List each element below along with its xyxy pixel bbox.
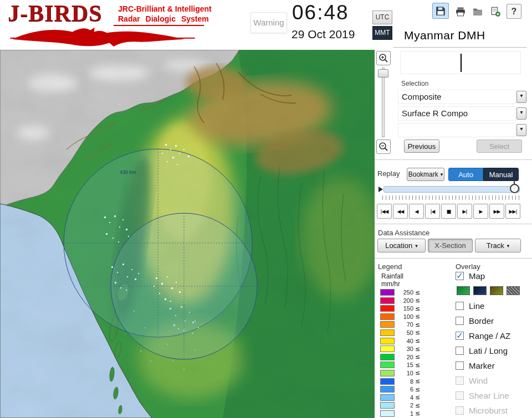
legend-lte-sign: ≤ [415, 297, 420, 304]
overlay-item-label: Marker [469, 361, 495, 370]
track-dropdown-button[interactable]: Track [475, 239, 521, 252]
overlay-item-label: Line [469, 301, 484, 311]
j-birds-app: J-BIRDS JRC-Brilliant & Intelligent Rada… [0, 0, 532, 418]
zoom-out-button[interactable] [376, 140, 391, 154]
legend-value: 6 [397, 386, 413, 393]
playback-rewind-button[interactable]: ◀◀ [393, 204, 408, 219]
previous-button[interactable]: Previous [404, 140, 439, 153]
overlay-checkbox[interactable] [456, 391, 464, 400]
help-button[interactable]: ? [507, 4, 521, 19]
manual-mode-button[interactable]: Manual [483, 168, 519, 181]
app-logo-title: J-BIRDS [8, 0, 102, 27]
legend-row: 150≤ [380, 305, 420, 312]
overlay-label: Overlay [456, 262, 480, 271]
map-style-olive-swatch[interactable] [490, 286, 503, 295]
extra-dropdown[interactable] [398, 123, 516, 137]
overlay-checkbox[interactable]: ✓ [456, 332, 464, 340]
zoom-in-button[interactable] [376, 51, 391, 65]
overlay-item-border[interactable]: Border [456, 315, 530, 326]
overlay-item-map[interactable]: ✓Map [456, 270, 530, 281]
overlay-checkbox[interactable]: ✓ [456, 272, 464, 280]
playback-fast-forward-button[interactable]: ▶▶ [489, 204, 504, 219]
timeline-slider-track[interactable] [383, 186, 520, 193]
overlay-checkbox[interactable] [456, 406, 464, 415]
playback-controls: |◀◀◀◀◀|◀■▶|▶▶▶▶▶| [377, 204, 520, 219]
logo-tagline-1: JRC-Brilliant & Intelligent [118, 4, 212, 13]
legend-value: 100 [397, 313, 413, 320]
overlay-checkbox[interactable] [456, 362, 464, 370]
extra-dropdown-arrow-icon[interactable] [516, 124, 526, 136]
overlay-item-label: Microburst [469, 406, 508, 415]
legend-value: 150 [397, 305, 413, 312]
playback-skip-end-button[interactable]: ▶▶| [505, 204, 520, 219]
playback-skip-start-button[interactable]: |◀◀ [377, 204, 392, 219]
legend-lte-sign: ≤ [415, 402, 420, 409]
timeline-start-marker-icon [378, 187, 383, 192]
overlay-item-label: Border [469, 316, 494, 326]
timeline-slider-thumb[interactable] [510, 184, 519, 193]
playback-step-back-button[interactable]: ◀ [409, 204, 424, 219]
overlay-item-label: Map [469, 271, 485, 281]
playback-frame-back-button[interactable]: |◀ [425, 204, 440, 219]
printer-icon [455, 6, 466, 17]
bookmark-dropdown-button[interactable]: Bookmark [407, 168, 444, 181]
xsection-button[interactable]: X-Section [428, 239, 473, 252]
replay-label: Replay [377, 169, 400, 178]
map-style-green-swatch[interactable] [457, 286, 470, 295]
playback-stop-button[interactable]: ■ [441, 204, 456, 219]
overlay-item-line[interactable]: Line [456, 300, 530, 311]
print-button[interactable] [453, 4, 468, 19]
overlay-checkbox[interactable] [456, 347, 464, 355]
legend-value: 8 [397, 378, 413, 385]
legend-color-swatch [380, 329, 395, 336]
product-dropdown[interactable]: Composite [398, 90, 516, 104]
product-dropdown-arrow-icon[interactable] [516, 91, 526, 103]
overlay-checkbox[interactable] [456, 302, 464, 310]
legend-color-swatch [380, 321, 395, 328]
location-dropdown-button[interactable]: Location [377, 239, 426, 252]
overlay-item-label: Wind [469, 376, 488, 385]
station-search-input[interactable] [400, 51, 521, 74]
legend-color-swatch [380, 378, 395, 385]
playback-play-button[interactable]: ▶ [473, 204, 488, 219]
legend-unit-line2: mm/hr [381, 280, 400, 288]
legend-row: 2≤ [380, 402, 420, 409]
legend-row: 30≤ [380, 345, 420, 352]
legend-value: 70 [397, 321, 413, 328]
legend-value: 1 [397, 410, 413, 417]
zoom-slider-thumb[interactable] [378, 69, 388, 78]
legend-value: 4 [397, 394, 413, 401]
overlay-item-lati-long[interactable]: Lati / Long [456, 345, 530, 356]
legend-row: 200≤ [380, 297, 420, 304]
legend-color-swatch [380, 338, 395, 344]
utc-toggle-button[interactable]: UTC [372, 11, 392, 24]
legend-color-swatch [380, 305, 395, 312]
warning-status-button[interactable]: Warning [250, 12, 287, 33]
station-title: Myanmar DMH [404, 29, 485, 42]
legend-value: 40 [397, 338, 413, 344]
export-button[interactable] [487, 4, 503, 19]
overlay-checkbox[interactable] [456, 317, 464, 325]
subproduct-dropdown-arrow-icon[interactable] [516, 107, 526, 120]
legend-color-swatch [380, 362, 395, 368]
legend-lte-sign: ≤ [415, 313, 420, 320]
data-assistance-label: Data Assistance [378, 229, 429, 237]
legend-lte-sign: ≤ [415, 337, 420, 344]
open-folder-button[interactable] [470, 4, 485, 19]
overlay-list: ✓MapLineBorder✓Range / AZLati / LongMark… [456, 270, 530, 418]
playback-frame-forward-button[interactable]: ▶| [457, 204, 472, 219]
subproduct-dropdown[interactable]: Surface R Compo [398, 106, 516, 121]
save-button[interactable] [432, 3, 449, 19]
map-style-gray-hatch-swatch[interactable] [507, 286, 520, 295]
map-style-navy-swatch[interactable] [473, 286, 487, 295]
mmt-toggle-button[interactable]: MMT [372, 26, 392, 40]
radar-map[interactable]: 430 km [0, 50, 375, 418]
overlay-checkbox[interactable] [456, 376, 464, 385]
zoom-slider-track[interactable] [382, 68, 385, 137]
overlay-item-marker[interactable]: Marker [456, 360, 530, 371]
select-button[interactable]: Select [477, 140, 522, 153]
auto-mode-button[interactable]: Auto [448, 168, 483, 181]
overlay-item-range-az[interactable]: ✓Range / AZ [456, 330, 530, 341]
radar-map-viewport[interactable]: 430 km [0, 50, 375, 418]
legend-color-swatch [380, 345, 395, 352]
